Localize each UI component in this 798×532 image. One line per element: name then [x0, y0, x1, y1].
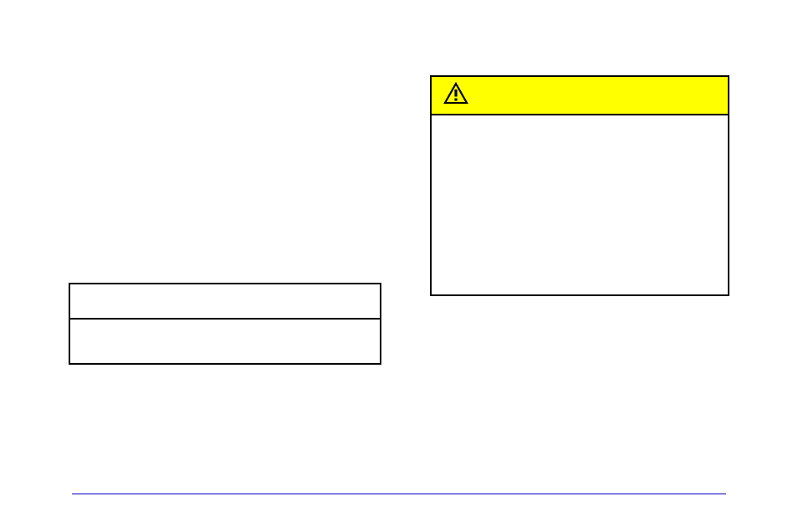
footer-divider: [72, 494, 726, 494]
caution-box: [430, 75, 729, 296]
svg-rect-0: [454, 90, 457, 97]
caution-header: [432, 77, 728, 115]
info-box-divider: [70, 318, 380, 320]
warning-triangle-icon: [443, 82, 468, 109]
svg-rect-1: [454, 99, 457, 101]
info-box: [69, 283, 381, 365]
